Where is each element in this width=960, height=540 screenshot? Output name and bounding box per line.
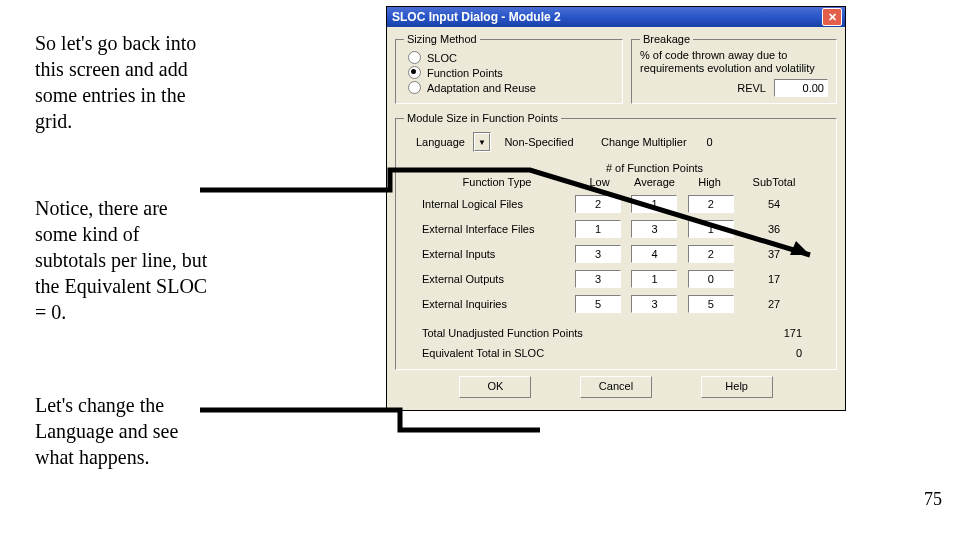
radio-function-points[interactable]: Function Points [408,66,614,79]
ok-button[interactable]: OK [459,376,531,398]
function-type-label: External Interface Files [422,223,572,235]
high-input[interactable]: 5 [688,295,734,313]
low-input[interactable]: 1 [575,220,621,238]
revl-input[interactable]: 0.00 [774,79,828,97]
low-input[interactable]: 2 [575,195,621,213]
high-input[interactable]: 2 [688,245,734,263]
narrative-p3: Let's change the Language and see what h… [35,392,210,470]
radio-adaptation-reuse[interactable]: Adaptation and Reuse [408,81,614,94]
table-row: Internal Logical Files21254 [422,195,824,213]
low-input[interactable]: 3 [575,245,621,263]
narrative-p2: Notice, there are some kind of subtotals… [35,195,210,325]
titlebar-text: SLOC Input Dialog - Module 2 [390,10,822,24]
col-header-high: High [682,176,737,188]
function-type-label: External Inputs [422,248,572,260]
table-row: External Interface Files13136 [422,220,824,238]
chevron-down-icon: ▼ [474,133,490,151]
cancel-button[interactable]: Cancel [580,376,652,398]
titlebar[interactable]: SLOC Input Dialog - Module 2 ✕ [387,7,845,27]
subtotal-value: 36 [737,223,811,235]
high-input[interactable]: 0 [688,270,734,288]
module-size-group: Module Size in Function Points Language … [395,112,837,370]
subtotal-value: 17 [737,273,811,285]
help-button[interactable]: Help [701,376,773,398]
total-unadjusted-label: Total Unadjusted Function Points [422,327,682,339]
change-multiplier-value: 0 [695,136,725,148]
avg-input[interactable]: 4 [631,245,677,263]
high-input[interactable]: 1 [688,220,734,238]
sizing-legend: Sizing Method [404,33,480,45]
function-type-label: External Outputs [422,273,572,285]
subtotal-value: 27 [737,298,811,310]
col-header-low: Low [572,176,627,188]
radio-icon [408,66,421,79]
avg-input[interactable]: 1 [631,195,677,213]
sloc-input-dialog: SLOC Input Dialog - Module 2 ✕ Sizing Me… [386,6,846,411]
function-type-label: Internal Logical Files [422,198,572,210]
avg-input[interactable]: 3 [631,295,677,313]
subtotal-value: 37 [737,248,811,260]
table-row: External Inquiries53527 [422,295,824,313]
sizing-method-group: Sizing Method SLOC Function Points Adapt… [395,33,623,104]
avg-input[interactable]: 3 [631,220,677,238]
col-header-avg: Average [627,176,682,188]
module-legend: Module Size in Function Points [404,112,561,124]
col-header-fp: # of Function Points [572,162,737,174]
language-combo[interactable]: ▼ [473,132,491,152]
col-header-type: Function Type [422,176,572,188]
avg-input[interactable]: 1 [631,270,677,288]
col-header-subtotal: SubTotal [737,176,811,188]
equivalent-sloc-value: 0 [682,347,808,359]
narrative-p1: So let's go back into this screen and ad… [35,30,210,134]
radio-sloc[interactable]: SLOC [408,51,614,64]
low-input[interactable]: 5 [575,295,621,313]
table-row: External Inputs34237 [422,245,824,263]
subtotal-value: 54 [737,198,811,210]
radio-icon [408,51,421,64]
page-number: 75 [924,489,942,510]
breakage-group: Breakage % of code thrown away due to re… [631,33,837,104]
low-input[interactable]: 3 [575,270,621,288]
language-value: Non-Specified [499,136,579,148]
radio-label: Function Points [427,67,503,79]
total-unadjusted-value: 171 [682,327,808,339]
high-input[interactable]: 2 [688,195,734,213]
radio-label: SLOC [427,52,457,64]
function-points-grid: Function Type # of Function Points Low A… [422,162,824,313]
close-icon: ✕ [828,12,837,23]
breakage-desc: % of code thrown away due to requirement… [640,49,828,75]
radio-label: Adaptation and Reuse [427,82,536,94]
breakage-legend: Breakage [640,33,693,45]
change-multiplier-label: Change Multiplier [601,136,687,148]
close-button[interactable]: ✕ [822,8,842,26]
function-type-label: External Inquiries [422,298,572,310]
revl-label: REVL [737,82,766,94]
table-row: External Outputs31017 [422,270,824,288]
radio-icon [408,81,421,94]
language-label: Language [416,136,465,148]
equivalent-sloc-label: Equivalent Total in SLOC [422,347,682,359]
